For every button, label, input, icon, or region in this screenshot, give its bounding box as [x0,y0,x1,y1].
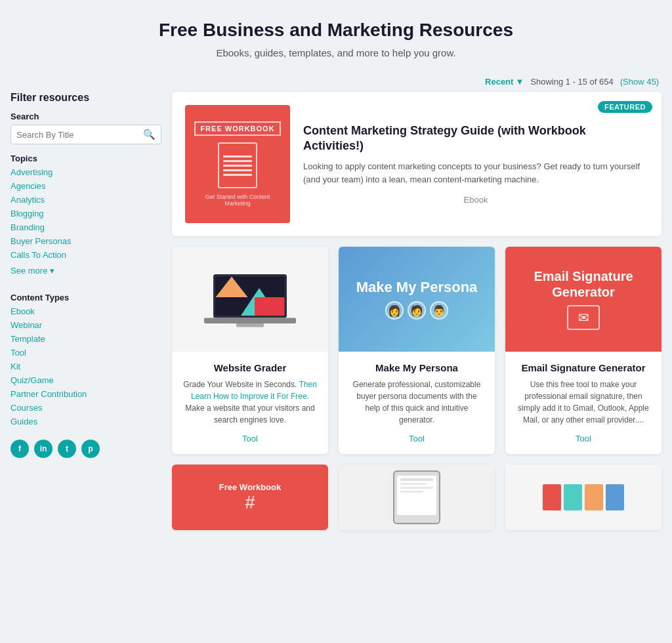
bottom-cards: Free Workbook # [172,465,662,530]
list-item: Analytics [10,194,161,205]
filter-title: Filter resources [10,92,161,104]
type-template[interactable]: Template [10,334,45,344]
featured-tag: Ebook [303,195,648,205]
mini-card-1 [543,484,561,510]
mini-card-3 [585,484,603,510]
email-sig-body: Email Signature Generator Use this free … [505,352,662,454]
topics-list: Advertising Agencies Analytics Blogging … [10,167,161,260]
sort-bar: Recent ▼ Showing 1 - 15 of 654 (Show 45) [0,72,672,92]
svg-rect-8 [397,476,436,515]
persona-thumb-title: Make My Persona [356,279,478,296]
list-item: Guides [10,416,161,426]
persona-title: Make My Persona [349,362,484,373]
sort-chevron-icon: ▼ [515,77,524,87]
card-grid: Website Grader Grade Your Website in Sec… [172,247,662,454]
line [223,156,252,157]
featured-badge: FEATURED [598,101,652,113]
bottom-thumb-2 [339,465,495,530]
free-workbook-label: Free Workbook [219,482,281,492]
search-input[interactable] [16,130,143,140]
see-more-button[interactable]: See more ▾ [10,266,54,276]
avatar-1: 👩 [385,301,404,320]
search-label: Search [10,112,161,121]
bottom-card-1[interactable]: Free Workbook # [172,465,328,530]
topic-branding[interactable]: Branding [10,222,45,232]
sidebar: Filter resources Search 🔍 Topics Adverti… [10,92,161,530]
workbook-subtitle: Get Started with Content Marketing [193,194,282,207]
featured-image: FREE WORKBOOK Get Started with Content M… [185,105,290,223]
tablet-svg [390,468,443,527]
mini-card-4 [606,484,624,510]
list-item: Branding [10,222,161,232]
type-partner-contribution[interactable]: Partner Contribution [10,389,87,399]
list-item: Webinar [10,320,161,330]
type-guides[interactable]: Guides [10,417,37,426]
topic-advertising[interactable]: Advertising [10,167,52,177]
type-courses[interactable]: Courses [10,403,42,413]
pinterest-icon[interactable]: p [81,440,100,458]
topic-calls-to-action[interactable]: Calls To Action [10,250,66,260]
website-grader-thumbnail [172,247,328,352]
svg-rect-6 [236,323,264,327]
list-item: Quiz/Game [10,375,161,385]
svg-rect-10 [400,483,427,485]
topic-buyer-personas[interactable]: Buyer Personas [10,236,72,246]
topic-analytics[interactable]: Analytics [10,195,45,205]
list-item: Blogging [10,208,161,218]
email-sig-title: Email Signature Generator [516,362,651,373]
type-tool[interactable]: Tool [10,348,26,358]
mini-card-2 [564,484,582,510]
email-sig-thumb-title: Email SignatureGenerator [534,268,633,300]
content-area: FEATURED FREE WORKBOOK Get Started with … [172,92,662,530]
avatar-3: 👨 [430,301,448,320]
website-grader-card[interactable]: Website Grader Grade Your Website in Sec… [172,247,328,454]
website-grader-body: Website Grader Grade Your Website in Sec… [172,352,328,454]
see-more-label: See more [10,266,47,276]
topic-blogging[interactable]: Blogging [10,209,44,218]
line [223,160,252,162]
type-ebook[interactable]: Ebook [10,306,35,316]
bottom-card-2[interactable] [339,465,495,530]
facebook-icon[interactable]: f [10,440,29,458]
list-item: Advertising [10,167,161,177]
main-layout: Filter resources Search 🔍 Topics Adverti… [0,92,672,550]
featured-info: Content Marketing Strategy Guide (with W… [303,123,648,205]
persona-tag: Tool [349,434,484,444]
list-item: Kit [10,361,161,371]
featured-title: Content Marketing Strategy Guide (with W… [303,123,648,154]
featured-card[interactable]: FEATURED FREE WORKBOOK Get Started with … [172,92,662,236]
search-submit-button[interactable]: 🔍 [143,129,156,140]
workbook-icon [218,142,257,188]
list-item: Partner Contribution [10,388,161,399]
sort-recent-button[interactable]: Recent ▼ [485,77,524,87]
type-webinar[interactable]: Webinar [10,320,42,330]
list-item: Calls To Action [10,249,161,260]
make-my-persona-card[interactable]: Make My Persona 👩 🧑 👨 Make My Persona Ge… [339,247,495,454]
page-title: Free Business and Marketing Resources [13,20,659,41]
linkedin-icon[interactable]: in [34,440,52,458]
learn-more-link[interactable]: Then Learn How to Improve it For Free. [191,380,317,401]
chevron-down-icon: ▾ [50,266,54,276]
bottom-card-3[interactable] [505,465,662,530]
sort-label: Recent ▼ [485,77,524,87]
topic-agencies[interactable]: Agencies [10,181,45,191]
website-grader-title: Website Grader [182,362,318,373]
type-kit[interactable]: Kit [10,362,20,371]
list-item: Buyer Personas [10,236,161,246]
list-item: Agencies [10,180,161,191]
email-icon: ✉ [567,305,600,330]
twitter-icon[interactable]: t [58,440,76,458]
list-item: Template [10,333,161,344]
persona-description: Generate professional, customizable buye… [349,379,484,426]
page-header: Free Business and Marketing Resources Eb… [0,0,672,72]
show-all-link[interactable]: (Show 45) [620,77,659,87]
svg-rect-12 [400,491,423,493]
email-sig-tag: Tool [516,434,651,444]
bottom-thumb-3 [505,465,662,530]
type-quiz-game[interactable]: Quiz/Game [10,375,54,385]
email-sig-card[interactable]: Email SignatureGenerator ✉ Email Signatu… [505,247,662,454]
svg-rect-4 [255,297,285,316]
hashtag-icon: # [245,492,255,513]
svg-rect-11 [400,487,433,489]
line [223,174,252,176]
